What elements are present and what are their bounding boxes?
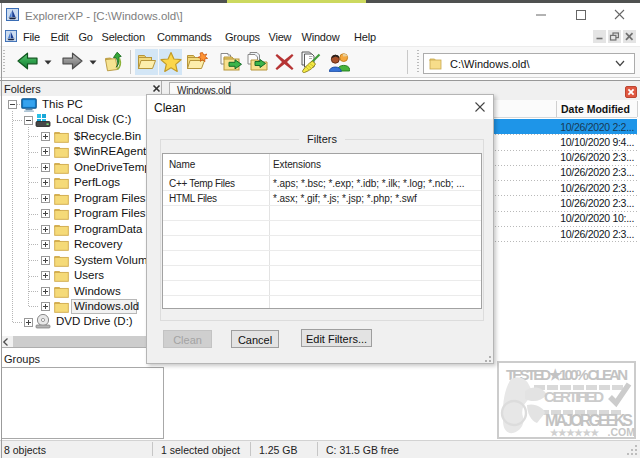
svg-text:★★★★★★: ★★★★★★: [550, 427, 599, 438]
svg-text:.COM: .COM: [608, 426, 636, 438]
svg-text:CERTIFIED: CERTIFIED: [544, 388, 604, 405]
